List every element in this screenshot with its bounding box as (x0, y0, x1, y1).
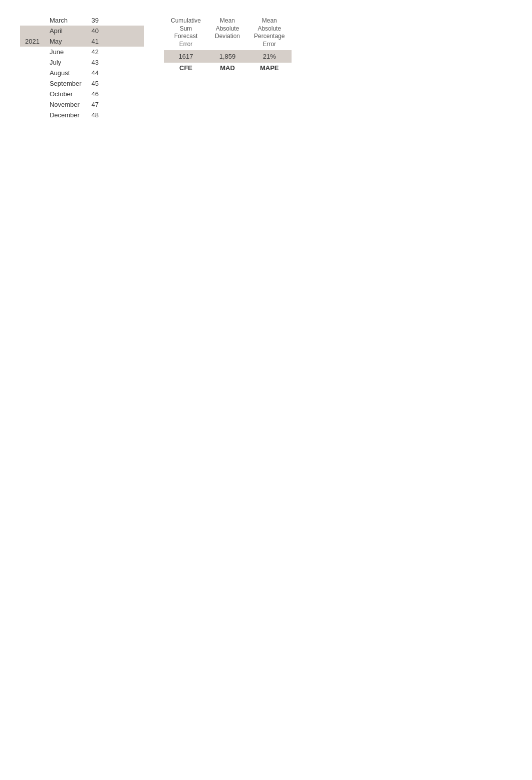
period-number-cell: 48 (87, 110, 104, 120)
year-cell (20, 68, 45, 78)
left-table-row: October46 (20, 89, 144, 99)
month-cell: March (45, 15, 87, 26)
year-cell (20, 78, 45, 89)
cfe-value: 1617 (164, 50, 208, 63)
year-cell (20, 26, 45, 36)
spacer-cell (104, 36, 144, 47)
spacer-cell (104, 110, 144, 120)
spacer-cell (104, 89, 144, 99)
month-cell: November (45, 99, 87, 110)
year-cell (20, 15, 45, 26)
year-cell (20, 47, 45, 57)
month-cell: May (45, 36, 87, 47)
right-table-header: CumulativeSumForecastError MeanAbsoluteD… (164, 15, 292, 50)
period-number-cell: 41 (87, 36, 104, 47)
month-cell: December (45, 110, 87, 120)
year-cell (20, 57, 45, 68)
spacer-cell (104, 26, 144, 36)
left-table-row: November47 (20, 99, 144, 110)
period-number-cell: 45 (87, 78, 104, 89)
left-table-row: April40 (20, 26, 144, 36)
mad-header: MeanAbsoluteDeviation (208, 15, 247, 50)
month-cell: July (45, 57, 87, 68)
period-number-cell: 44 (87, 68, 104, 78)
period-number-cell: 39 (87, 15, 104, 26)
spacer-cell (104, 57, 144, 68)
month-cell: August (45, 68, 87, 78)
cfe-header: CumulativeSumForecastError (164, 15, 208, 50)
mad-value: 1,859 (208, 50, 247, 63)
month-cell: June (45, 47, 87, 57)
month-cell: September (45, 78, 87, 89)
left-table-row: September45 (20, 78, 144, 89)
year-cell (20, 89, 45, 99)
period-number-cell: 42 (87, 47, 104, 57)
period-number-cell: 40 (87, 26, 104, 36)
month-cell: October (45, 89, 87, 99)
left-table-row: August44 (20, 68, 144, 78)
left-table: March39April402021May41June42July43Augus… (20, 15, 144, 120)
right-table-label-row: CFE MAD MAPE (164, 63, 292, 73)
spacer-cell (104, 78, 144, 89)
spacer-cell (104, 15, 144, 26)
mape-header: MeanAbsolutePercentageError (247, 15, 292, 50)
month-cell: April (45, 26, 87, 36)
spacer-cell (104, 68, 144, 78)
left-table-row: June42 (20, 47, 144, 57)
year-cell (20, 99, 45, 110)
mad-label: MAD (208, 63, 247, 73)
right-table: CumulativeSumForecastError MeanAbsoluteD… (164, 15, 334, 120)
right-table-data-row: 1617 1,859 21% (164, 50, 292, 63)
period-number-cell: 46 (87, 89, 104, 99)
left-table-row: July43 (20, 57, 144, 68)
spacer-cell (104, 47, 144, 57)
left-table-row: 2021May41 (20, 36, 144, 47)
mape-value: 21% (247, 50, 292, 63)
mape-label: MAPE (247, 63, 292, 73)
period-number-cell: 43 (87, 57, 104, 68)
year-cell: 2021 (20, 36, 45, 47)
period-number-cell: 47 (87, 99, 104, 110)
year-cell (20, 110, 45, 120)
left-table-row: March39 (20, 15, 144, 26)
cfe-label: CFE (164, 63, 208, 73)
spacer-cell (104, 99, 144, 110)
left-table-row: December48 (20, 110, 144, 120)
